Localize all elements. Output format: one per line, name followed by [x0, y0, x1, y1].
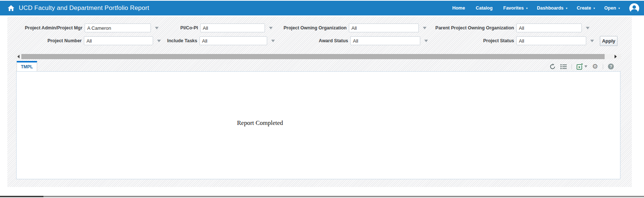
home-icon[interactable] — [8, 5, 14, 11]
project-admin-input[interactable] — [85, 24, 151, 32]
report-status-text: Report Completed — [237, 119, 283, 127]
filter-label: PI/Co-PI — [147, 25, 198, 30]
export-caret-icon[interactable] — [584, 65, 587, 68]
header-nav: Home Catalog Favorites ▼ Dashboards ▼ Cr… — [452, 1, 639, 15]
pi-copi-input[interactable] — [200, 24, 265, 32]
nav-home[interactable]: Home — [452, 6, 467, 11]
chevron-down-icon: ▼ — [593, 7, 595, 10]
page-hscrollbar[interactable] — [0, 196, 644, 197]
export-excel-icon[interactable]: X — [577, 64, 583, 70]
filter-award-status: Award Status — [273, 36, 428, 45]
filter-project-admin: Project Admin/Project Mgr — [15, 24, 159, 32]
filter-project-owning-org: Project Owning Organization — [273, 24, 427, 32]
dropdown-caret-icon[interactable] — [269, 27, 273, 29]
parent-project-owning-org-input[interactable] — [516, 24, 582, 32]
filter-label: Include Tasks — [147, 38, 197, 43]
award-status-input[interactable] — [350, 36, 420, 45]
dropdown-caret-icon[interactable] — [586, 27, 590, 29]
toolbar-separator — [603, 64, 603, 69]
nav-create[interactable]: Create ▼ — [577, 6, 595, 11]
filter-label: Project Admin/Project Mgr — [15, 25, 82, 30]
filter-label: Project Owning Organization — [273, 25, 347, 30]
filter-label: Award Status — [273, 38, 348, 43]
report-toolbar: X ⚙ ? — [549, 62, 614, 71]
page-title: UCD Faculty and Department Portfolio Rep… — [19, 4, 149, 12]
gear-icon[interactable]: ⚙ — [592, 63, 598, 70]
svg-text:X: X — [578, 65, 581, 69]
include-tasks-input[interactable] — [199, 36, 267, 45]
app-header: UCD Faculty and Department Portfolio Rep… — [0, 1, 644, 15]
filter-parent-project-owning-org: Parent Project Owning Organization — [428, 24, 590, 32]
filter-project-status: Project Status — [428, 36, 594, 45]
view-selector-icon[interactable] — [560, 64, 567, 69]
project-owning-org-input[interactable] — [349, 24, 419, 32]
tab-tmpl[interactable]: TMPL — [17, 61, 37, 71]
chevron-down-icon: ▼ — [618, 7, 620, 10]
refresh-icon[interactable] — [549, 64, 556, 70]
filter-label: Project Number — [15, 38, 82, 43]
dropdown-caret-icon[interactable] — [590, 40, 594, 42]
page-hscrollbar-thumb[interactable] — [0, 196, 43, 197]
project-number-input[interactable] — [84, 36, 153, 45]
dropdown-caret-icon[interactable] — [423, 27, 427, 29]
scroll-left-arrow-icon[interactable] — [16, 54, 21, 59]
report-panel: Report Completed — [16, 71, 620, 179]
nav-catalog[interactable]: Catalog — [476, 6, 495, 11]
filter-label: Parent Project Owning Organization — [428, 25, 514, 30]
project-status-input[interactable] — [516, 36, 586, 45]
filter-project-number: Project Number — [15, 36, 161, 45]
horizontal-scrollbar[interactable] — [15, 54, 621, 59]
user-avatar-icon[interactable] — [629, 3, 639, 13]
help-icon[interactable]: ? — [608, 64, 614, 69]
nav-favorites[interactable]: Favorites ▼ — [503, 6, 528, 11]
apply-button[interactable]: Apply — [600, 36, 618, 46]
filter-pi-copi: PI/Co-PI — [147, 24, 273, 32]
toolbar-separator — [572, 64, 572, 69]
nav-dashboards[interactable]: Dashboards ▼ — [537, 6, 568, 11]
filter-include-tasks: Include Tasks — [147, 36, 275, 45]
nav-open[interactable]: Open ▼ — [604, 6, 620, 11]
scrollbar-thumb[interactable] — [21, 54, 605, 59]
chevron-down-icon: ▼ — [526, 7, 528, 10]
chevron-down-icon: ▼ — [565, 7, 568, 10]
scroll-right-arrow-icon[interactable] — [613, 54, 618, 59]
export-excel-control[interactable]: X — [577, 64, 587, 70]
filter-label: Project Status — [428, 38, 514, 43]
